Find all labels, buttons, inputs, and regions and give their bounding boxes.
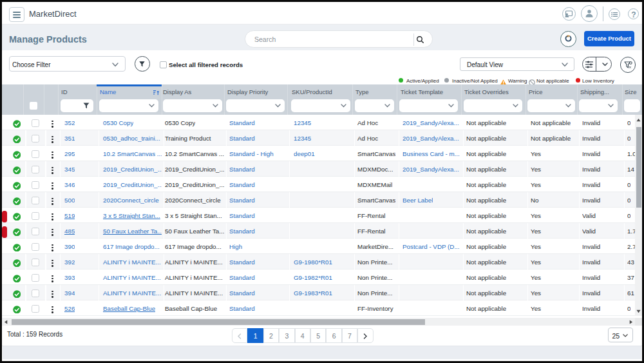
svg-text:?: ? (631, 10, 636, 19)
